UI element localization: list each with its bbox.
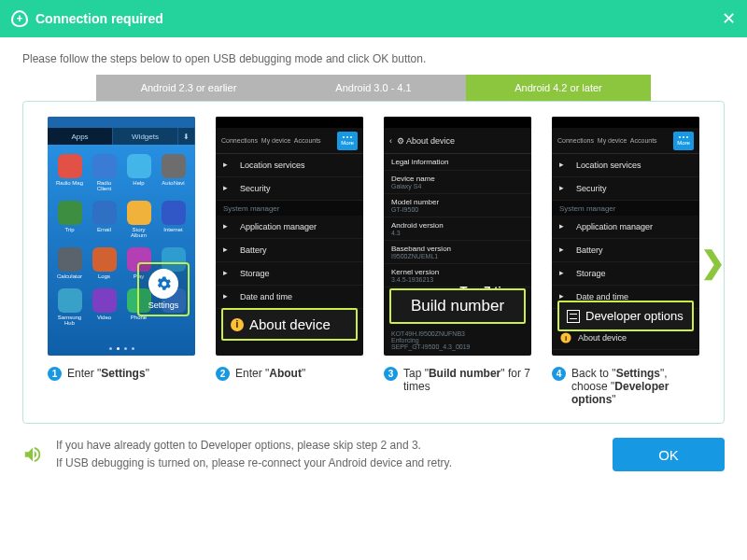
ok-button[interactable]: OK (613, 438, 725, 471)
phone-step-3: ‹ ⚙ About device Legal informationDevice… (384, 117, 531, 356)
close-icon[interactable]: ✕ (722, 8, 736, 29)
tab-android-2-3[interactable]: Android 2.3 or earlier (96, 75, 281, 101)
phone-tab-widgets: Widgets (113, 128, 178, 145)
settings-label: Settings (148, 301, 179, 310)
content: Please follow the steps below to open US… (0, 37, 747, 424)
steps-row: AppsWidgets⬇ Radio MagRadio ClientHelpAu… (35, 117, 712, 406)
phone-step-4: Connections My device Accounts More ▸Loc… (552, 117, 699, 356)
step-1: AppsWidgets⬇ Radio MagRadio ClientHelpAu… (48, 117, 195, 406)
step-badge: 4 (552, 367, 566, 381)
shield-icon (11, 10, 28, 27)
steps-panel: AppsWidgets⬇ Radio MagRadio ClientHelpAu… (22, 101, 725, 424)
footer: If you have already gotten to Developer … (0, 424, 747, 485)
gear-icon (148, 269, 178, 299)
tab-android-3-0[interactable]: Android 3.0 - 4.1 (281, 75, 466, 101)
caption-4: 4 Back to "Settings", choose "Developer … (552, 367, 699, 406)
phone-step-1: AppsWidgets⬇ Radio MagRadio ClientHelpAu… (48, 117, 195, 356)
info-icon: i (231, 318, 244, 331)
speaker-icon (22, 444, 43, 465)
developer-icon (567, 310, 580, 323)
footer-text: If you have already gotten to Developer … (56, 437, 599, 472)
caption-3: 3 Tap "Build number" for 7 times (384, 367, 531, 393)
settings-highlight: Settings (137, 262, 190, 316)
phone-tab-apps: Apps (48, 128, 113, 145)
window-title: Connection required (35, 11, 722, 26)
more-icon: More (673, 132, 694, 150)
next-arrow-icon[interactable]: ❯ (700, 245, 726, 280)
caption-1: 1 Enter "Settings" (48, 367, 195, 381)
android-version-tabs: Android 2.3 or earlier Android 3.0 - 4.1… (22, 75, 725, 101)
step-badge: 2 (216, 367, 230, 381)
phone-step-2: Connections My device Accounts More ▸Loc… (216, 117, 363, 356)
more-icon: More (337, 132, 358, 150)
caption-2: 2 Enter "About" (216, 367, 363, 381)
callout-text: Build number (411, 297, 504, 315)
step-2: Connections My device Accounts More ▸Loc… (216, 117, 363, 406)
tab-android-4-2[interactable]: Android 4.2 or later (466, 75, 651, 101)
about-device-callout: i About device (221, 308, 358, 341)
callout-text: About device (249, 316, 331, 332)
step-badge: 1 (48, 367, 62, 381)
build-number-callout: Build number (389, 288, 526, 324)
intro-text: Please follow the steps below to open US… (22, 52, 725, 65)
step-3: ‹ ⚙ About device Legal informationDevice… (384, 117, 531, 406)
step-4: Connections My device Accounts More ▸Loc… (552, 117, 699, 406)
title-bar: Connection required ✕ (0, 0, 747, 37)
step-badge: 3 (384, 367, 398, 381)
callout-text: Developer options (585, 309, 684, 323)
